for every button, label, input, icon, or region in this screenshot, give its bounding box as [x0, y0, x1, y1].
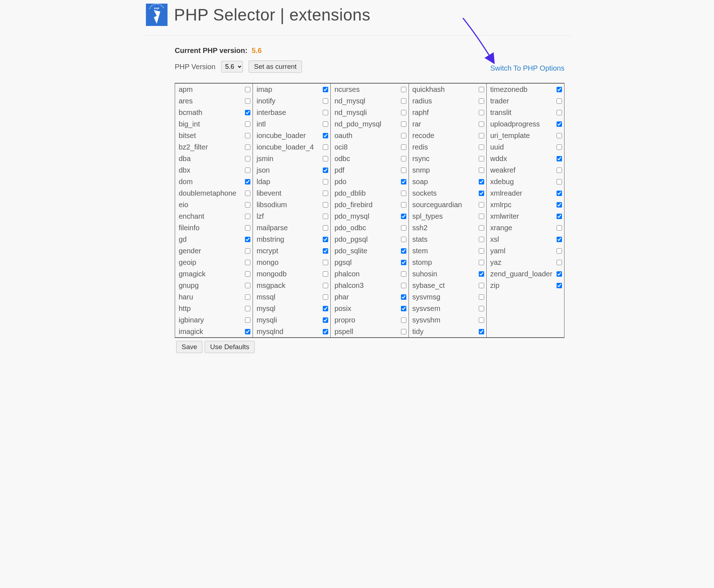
extension-checkbox[interactable]: [323, 133, 328, 138]
extension-checkbox[interactable]: [245, 144, 250, 150]
extension-checkbox[interactable]: [557, 144, 562, 150]
extension-checkbox[interactable]: [401, 144, 406, 150]
extension-checkbox[interactable]: [245, 133, 250, 138]
extension-checkbox[interactable]: [557, 271, 562, 277]
extension-checkbox[interactable]: [245, 306, 250, 311]
extension-checkbox[interactable]: [245, 98, 250, 104]
extension-checkbox[interactable]: [401, 237, 406, 242]
extension-checkbox[interactable]: [245, 110, 250, 115]
extension-checkbox[interactable]: [557, 214, 562, 219]
extension-checkbox[interactable]: [479, 214, 484, 219]
extension-checkbox[interactable]: [323, 87, 328, 92]
extension-checkbox[interactable]: [245, 283, 250, 288]
extension-checkbox[interactable]: [323, 168, 328, 173]
extension-checkbox[interactable]: [479, 248, 484, 254]
extension-checkbox[interactable]: [323, 283, 328, 288]
extension-checkbox[interactable]: [245, 191, 250, 196]
extension-checkbox[interactable]: [401, 294, 406, 300]
extension-checkbox[interactable]: [401, 98, 406, 104]
extension-checkbox[interactable]: [479, 283, 484, 288]
extension-checkbox[interactable]: [479, 294, 484, 300]
extension-checkbox[interactable]: [245, 214, 250, 219]
extension-checkbox[interactable]: [479, 144, 484, 150]
extension-checkbox[interactable]: [245, 202, 250, 208]
extension-checkbox[interactable]: [479, 191, 484, 196]
extension-checkbox[interactable]: [479, 202, 484, 208]
extension-checkbox[interactable]: [323, 237, 328, 242]
extension-checkbox[interactable]: [479, 168, 484, 173]
extension-checkbox[interactable]: [245, 225, 250, 231]
extension-checkbox[interactable]: [557, 110, 562, 115]
extension-checkbox[interactable]: [557, 191, 562, 196]
extension-checkbox[interactable]: [401, 110, 406, 115]
extension-checkbox[interactable]: [557, 133, 562, 138]
extension-checkbox[interactable]: [323, 294, 328, 300]
extension-checkbox[interactable]: [479, 133, 484, 138]
extension-checkbox[interactable]: [323, 329, 328, 334]
extension-checkbox[interactable]: [401, 179, 406, 184]
extension-checkbox[interactable]: [323, 271, 328, 277]
version-select[interactable]: 5.6: [221, 61, 243, 72]
extension-checkbox[interactable]: [323, 191, 328, 196]
extension-checkbox[interactable]: [323, 306, 328, 311]
extension-checkbox[interactable]: [245, 317, 250, 323]
extension-checkbox[interactable]: [323, 156, 328, 161]
extension-checkbox[interactable]: [557, 202, 562, 208]
extension-checkbox[interactable]: [479, 156, 484, 161]
extension-checkbox[interactable]: [245, 260, 250, 265]
extension-checkbox[interactable]: [557, 121, 562, 127]
extension-checkbox[interactable]: [557, 237, 562, 242]
extension-checkbox[interactable]: [401, 133, 406, 138]
extension-checkbox[interactable]: [479, 179, 484, 184]
extension-checkbox[interactable]: [401, 156, 406, 161]
extension-checkbox[interactable]: [245, 87, 250, 92]
extension-checkbox[interactable]: [245, 168, 250, 173]
extension-checkbox[interactable]: [323, 225, 328, 231]
extension-checkbox[interactable]: [245, 179, 250, 184]
extension-checkbox[interactable]: [557, 98, 562, 104]
extension-checkbox[interactable]: [323, 121, 328, 127]
extension-checkbox[interactable]: [479, 110, 484, 115]
use-defaults-button[interactable]: Use Defaults: [205, 341, 255, 353]
extension-checkbox[interactable]: [557, 248, 562, 254]
extension-checkbox[interactable]: [479, 121, 484, 127]
extension-checkbox[interactable]: [401, 306, 406, 311]
extension-checkbox[interactable]: [557, 225, 562, 231]
extension-checkbox[interactable]: [479, 260, 484, 265]
set-as-current-button[interactable]: Set as current: [249, 61, 302, 73]
extension-checkbox[interactable]: [401, 202, 406, 208]
extension-checkbox[interactable]: [557, 87, 562, 92]
extension-checkbox[interactable]: [245, 294, 250, 300]
extension-checkbox[interactable]: [479, 306, 484, 311]
extension-checkbox[interactable]: [323, 214, 328, 219]
extension-checkbox[interactable]: [323, 179, 328, 184]
extension-checkbox[interactable]: [401, 191, 406, 196]
extension-checkbox[interactable]: [479, 87, 484, 92]
extension-checkbox[interactable]: [479, 329, 484, 334]
extension-checkbox[interactable]: [557, 156, 562, 161]
extension-checkbox[interactable]: [323, 98, 328, 104]
extension-checkbox[interactable]: [323, 110, 328, 115]
extension-checkbox[interactable]: [401, 329, 406, 334]
extension-checkbox[interactable]: [479, 317, 484, 323]
extension-checkbox[interactable]: [245, 237, 250, 242]
save-button[interactable]: Save: [176, 341, 202, 353]
extension-checkbox[interactable]: [323, 144, 328, 150]
extension-checkbox[interactable]: [401, 271, 406, 277]
extension-checkbox[interactable]: [479, 225, 484, 231]
extension-checkbox[interactable]: [245, 156, 250, 161]
extension-checkbox[interactable]: [323, 317, 328, 323]
extension-checkbox[interactable]: [401, 260, 406, 265]
extension-checkbox[interactable]: [401, 121, 406, 127]
extension-checkbox[interactable]: [557, 179, 562, 184]
extension-checkbox[interactable]: [401, 248, 406, 254]
extension-checkbox[interactable]: [401, 87, 406, 92]
extension-checkbox[interactable]: [245, 121, 250, 127]
extension-checkbox[interactable]: [479, 98, 484, 104]
extension-checkbox[interactable]: [401, 225, 406, 231]
extension-checkbox[interactable]: [323, 248, 328, 254]
extension-checkbox[interactable]: [557, 283, 562, 288]
extension-checkbox[interactable]: [479, 237, 484, 242]
extension-checkbox[interactable]: [557, 260, 562, 265]
extension-checkbox[interactable]: [557, 168, 562, 173]
